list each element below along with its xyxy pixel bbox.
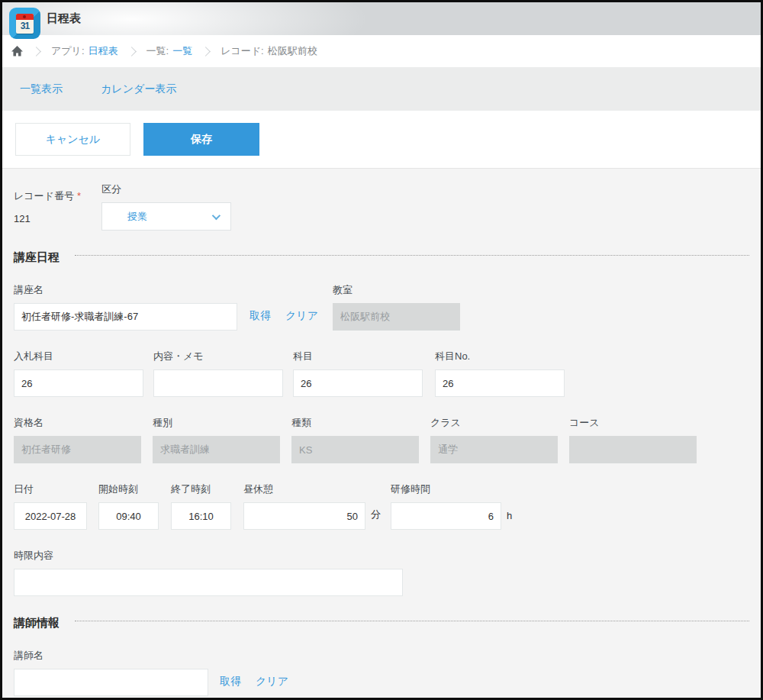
chevron-down-icon (212, 211, 221, 219)
end-time-input[interactable] (171, 502, 231, 530)
course-label: コース (569, 416, 697, 430)
bid-subject-label: 入札科目 (14, 350, 143, 363)
breadcrumb-app-link[interactable]: 日程表 (89, 45, 118, 56)
memo-label: 内容・メモ (153, 350, 283, 363)
kind-field: 種類 (291, 416, 419, 463)
lunch-break-unit: 分 (371, 508, 381, 521)
section-instructor-info: 講師情報 (14, 616, 749, 631)
app-title: 日程表 (47, 2, 81, 35)
section-divider (75, 255, 749, 256)
action-bar: キャンセル 保存 (2, 111, 761, 169)
period-content-label: 時限内容 (14, 549, 403, 563)
period-content-input[interactable] (14, 569, 403, 596)
start-time-label: 開始時刻 (98, 482, 159, 496)
calendar-app-icon[interactable]: 31 (9, 8, 40, 39)
end-time-label: 終了時刻 (171, 482, 231, 496)
course-name-actions: 取得 クリア (250, 309, 321, 323)
breadcrumb-separator-icon (127, 47, 137, 56)
class-field: クラス (430, 416, 558, 463)
save-button[interactable]: 保存 (143, 123, 259, 156)
breadcrumb-record-crumb: レコード:松阪駅前校 (221, 44, 317, 58)
qualification-label: 資格名 (14, 416, 141, 430)
type-field: 種別 (153, 416, 280, 463)
lunch-break-input[interactable] (243, 502, 365, 530)
type-label: 種別 (153, 416, 280, 430)
training-hours-input[interactable] (391, 502, 501, 530)
cancel-button[interactable]: キャンセル (15, 123, 130, 156)
lunch-break-field: 昼休憩 (243, 482, 365, 530)
period-content-field: 時限内容 (14, 549, 403, 596)
datetime-row: 日付 開始時刻 終了時刻 昼休憩 分 研修時間 h (14, 482, 749, 530)
breadcrumb-record-name: 松阪駅前校 (268, 45, 317, 56)
class-label: クラス (430, 416, 558, 430)
subject-label: 科目 (293, 350, 423, 363)
subject-row: 入札科目 内容・メモ 科目 科目No. (14, 350, 749, 397)
breadcrumb-view-link[interactable]: 一覧 (172, 45, 192, 56)
date-input[interactable] (14, 502, 87, 530)
calendar-icon-dot (23, 15, 26, 18)
lunch-break-label: 昼休憩 (243, 482, 365, 496)
calendar-icon-red-band (16, 14, 34, 20)
section-divider (75, 621, 749, 621)
record-number-value: 121 (14, 213, 101, 231)
breadcrumb-separator-icon (201, 47, 211, 56)
category-selected-value: 授業 (127, 210, 147, 224)
course-name-field: 講座名 (14, 283, 237, 331)
qualification-input (14, 436, 141, 463)
record-header-row: レコード番号* 121 区分 授業 (14, 182, 749, 231)
date-field: 日付 (14, 482, 87, 530)
tab-calendar-view[interactable]: カレンダー表示 (101, 82, 176, 96)
course-name-input[interactable] (14, 303, 237, 331)
classroom-input (333, 303, 460, 331)
instructor-name-field: 講師名 (14, 649, 208, 696)
memo-input[interactable] (153, 369, 283, 397)
app-header: 31 日程表 (2, 2, 761, 35)
fetch-link[interactable]: 取得 (220, 675, 241, 689)
course-field: コース (569, 416, 697, 463)
start-time-field: 開始時刻 (98, 482, 159, 530)
clear-link[interactable]: クリア (285, 309, 318, 323)
bid-subject-input[interactable] (14, 369, 143, 397)
subject-input[interactable] (293, 369, 423, 397)
breadcrumb-app-prefix: アプリ: (51, 45, 85, 56)
category-select[interactable]: 授業 (101, 202, 231, 231)
app-window: 31 日程表 アプリ:日程表 一覧:一覧 レコード:松阪駅前校 一覧表示 カレン… (0, 0, 763, 700)
training-hours-unit: h (507, 510, 512, 521)
instructor-name-row: 講師名 取得 クリア (14, 649, 749, 696)
tab-list-view[interactable]: 一覧表示 (20, 82, 63, 96)
breadcrumb-separator-icon (31, 47, 41, 56)
memo-field: 内容・メモ (153, 350, 283, 397)
classroom-label: 教室 (333, 283, 460, 297)
classroom-field: 教室 (333, 283, 460, 331)
instructor-name-input[interactable] (14, 669, 208, 696)
date-label: 日付 (14, 482, 87, 496)
breadcrumb-view-prefix: 一覧: (146, 45, 169, 56)
calendar-icon-day: 31 (16, 20, 34, 33)
view-tabbar: 一覧表示 カレンダー表示 (2, 67, 761, 111)
home-icon[interactable] (11, 46, 23, 56)
record-edit-form: レコード番号* 121 区分 授業 講座日程 講座名 取得 (2, 169, 761, 698)
category-label: 区分 (101, 182, 231, 196)
section-instructor-info-title: 講師情報 (14, 616, 60, 631)
breadcrumb-view-crumb: 一覧:一覧 (146, 44, 193, 58)
instructor-name-label: 講師名 (14, 649, 208, 663)
instructor-name-actions: 取得 クリア (220, 675, 291, 689)
subject-no-label: 科目No. (435, 350, 565, 363)
course-name-row: 講座名 取得 クリア 教室 (14, 283, 749, 331)
subject-no-input[interactable] (435, 369, 565, 397)
bid-subject-field: 入札科目 (14, 350, 143, 397)
kind-input (291, 436, 419, 463)
breadcrumb-app-crumb: アプリ:日程表 (51, 44, 118, 58)
course-input (569, 436, 697, 463)
breadcrumb: アプリ:日程表 一覧:一覧 レコード:松阪駅前校 (2, 35, 761, 67)
end-time-field: 終了時刻 (171, 482, 231, 530)
start-time-input[interactable] (98, 502, 159, 530)
training-hours-field: 研修時間 (391, 482, 501, 530)
fetch-link[interactable]: 取得 (250, 309, 271, 323)
section-course-schedule: 講座日程 (14, 250, 749, 265)
category-field: 区分 授業 (101, 182, 231, 231)
qualification-row: 資格名 種別 種類 クラス コース (14, 416, 749, 463)
record-number-field: レコード番号* 121 (14, 189, 101, 231)
subject-field: 科目 (293, 350, 423, 397)
clear-link[interactable]: クリア (256, 675, 288, 689)
